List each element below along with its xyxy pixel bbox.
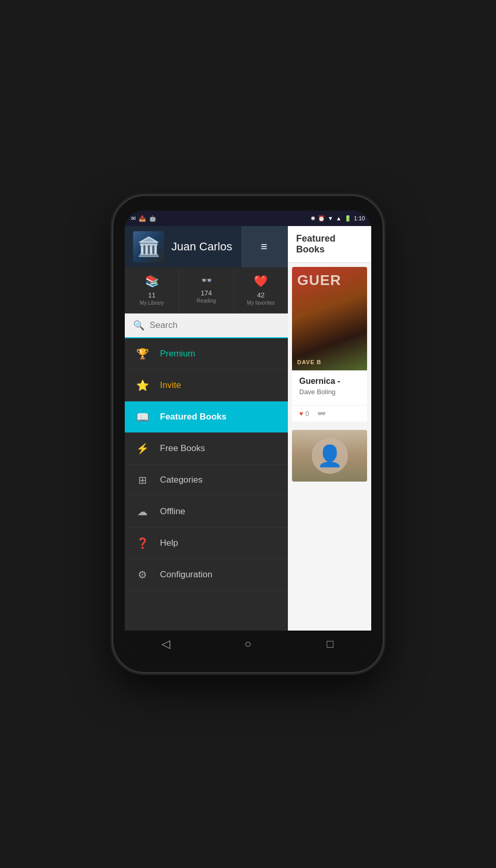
bottom-navigation: ◁ ○ □ <box>125 631 371 657</box>
favorites-count: 42 <box>257 291 265 299</box>
heart-action-icon: ♥ <box>299 410 303 417</box>
book-actions-1: ♥ 0 👓 <box>292 405 367 422</box>
back-button[interactable]: ◁ <box>153 631 179 657</box>
gmail-icon: ✉ <box>131 215 136 222</box>
reading-icon: 👓 <box>201 275 211 286</box>
menu-item-offline[interactable]: ☁ Offline <box>125 496 288 528</box>
library-label: My Library <box>140 300 164 306</box>
menu-item-invite[interactable]: ⭐ Invite <box>125 370 288 401</box>
menu-item-help[interactable]: ❓ Help <box>125 528 288 559</box>
time-display: 1:10 <box>354 215 365 221</box>
cloud-icon: ☁ <box>135 505 150 518</box>
search-input[interactable] <box>150 320 280 331</box>
book-card-2[interactable]: 👤 <box>292 430 367 482</box>
recent-button[interactable]: □ <box>317 631 343 657</box>
book-icon: 📖 <box>135 411 150 423</box>
menu-item-premium[interactable]: 🏆 Premium <box>125 338 288 370</box>
status-bar: ✉ 📥 🤖 ✱ ⏰ ▼ ▲ 🔋 1:10 <box>125 211 371 226</box>
offline-label: Offline <box>160 506 185 517</box>
phone-screen: ✉ 📥 🤖 ✱ ⏰ ▼ ▲ 🔋 1:10 🏛️ <box>125 211 371 657</box>
invite-label: Invite <box>160 380 181 391</box>
menu-list: 🏆 Premium ⭐ Invite 📖 Featured Books ⚡ Fr… <box>125 338 288 631</box>
recent-icon: □ <box>327 637 333 651</box>
phone-device: ✉ 📥 🤖 ✱ ⏰ ▼ ▲ 🔋 1:10 🏛️ <box>113 196 383 672</box>
search-container: 🔍 <box>125 313 288 338</box>
favorites-label: My favorites <box>247 300 275 306</box>
library-icon: 📚 <box>145 275 159 288</box>
categories-label: Categories <box>160 475 202 485</box>
book-cover-steve: 👤 <box>292 430 367 482</box>
star-icon: ⭐ <box>135 379 150 392</box>
trophy-icon: 🏆 <box>135 348 150 360</box>
grid-icon: ⊞ <box>135 474 150 486</box>
like-count-1: 0 <box>305 410 309 417</box>
gear-icon: ⚙ <box>135 568 150 581</box>
book-title-1: Guernica - <box>299 377 360 386</box>
avatar: 🏛️ <box>133 231 164 262</box>
status-icons-right: ✱ ⏰ ▼ ▲ 🔋 1:10 <box>311 215 365 222</box>
screen-content: 🏛️ Juan Carlos ≡ 📚 11 My Library � <box>125 226 371 631</box>
face-cover: 👤 <box>292 430 367 482</box>
drawer-header: 🏛️ Juan Carlos ≡ <box>125 226 288 267</box>
featured-label: Featured Books <box>160 412 226 422</box>
menu-toggle-button[interactable]: ≡ <box>241 226 288 267</box>
reading-label: Reading <box>197 298 216 304</box>
menu-item-categories[interactable]: ⊞ Categories <box>125 465 288 496</box>
navigation-drawer: 🏛️ Juan Carlos ≡ 📚 11 My Library � <box>125 226 288 631</box>
stats-row: 📚 11 My Library 👓 174 Reading ❤️ 42 My f… <box>125 267 288 313</box>
book-card-1[interactable]: GUER DAVE B Guernica - Dave Boling ♥ 0 <box>292 267 367 422</box>
hamburger-icon: ≡ <box>261 240 269 253</box>
right-panel: Featured Books GUER DAVE B Guernica - Da… <box>288 226 371 631</box>
lightning-icon: ⚡ <box>135 442 150 455</box>
user-name: Juan Carlos <box>171 240 232 253</box>
bluetooth-icon: ✱ <box>311 215 315 222</box>
signal-icon: ▲ <box>336 215 342 221</box>
alarm-icon: ⏰ <box>318 215 325 222</box>
premium-label: Premium <box>160 349 195 359</box>
stat-library[interactable]: 📚 11 My Library <box>125 267 179 313</box>
config-label: Configuration <box>160 570 212 580</box>
android-icon: 🤖 <box>149 215 156 222</box>
cover-author-text: DAVE B <box>297 359 322 365</box>
menu-item-featured[interactable]: 📖 Featured Books <box>125 401 288 433</box>
reading-button-1[interactable]: 👓 <box>317 410 326 417</box>
inbox-icon: 📥 <box>139 215 146 222</box>
menu-item-free[interactable]: ⚡ Free Books <box>125 433 288 465</box>
help-icon: ❓ <box>135 537 150 549</box>
library-count: 11 <box>148 291 155 299</box>
book-author-1: Dave Boling <box>299 388 360 396</box>
right-panel-title: Featured Books <box>288 226 371 263</box>
reading-count: 174 <box>201 289 212 297</box>
help-label: Help <box>160 538 178 548</box>
heart-icon: ❤️ <box>254 275 268 288</box>
glasses-action-icon: 👓 <box>317 410 326 417</box>
book-cover-guernica: GUER DAVE B <box>292 267 367 370</box>
stat-favorites[interactable]: ❤️ 42 My favorites <box>234 267 288 313</box>
home-icon: ○ <box>244 637 251 651</box>
search-bar: 🔍 <box>125 313 288 337</box>
status-icons-left: ✉ 📥 🤖 <box>131 215 156 222</box>
free-label: Free Books <box>160 443 205 454</box>
wifi-icon: ▼ <box>328 215 333 221</box>
home-button[interactable]: ○ <box>235 631 261 657</box>
like-button-1[interactable]: ♥ 0 <box>299 410 309 417</box>
menu-item-configuration[interactable]: ⚙ Configuration <box>125 559 288 591</box>
book-info-guernica: Guernica - Dave Boling <box>292 370 367 405</box>
back-icon: ◁ <box>162 637 170 651</box>
battery-icon: 🔋 <box>344 215 352 222</box>
search-icon: 🔍 <box>133 320 144 331</box>
cover-title-text: GUER <box>297 272 341 289</box>
stat-reading[interactable]: 👓 174 Reading <box>179 267 234 313</box>
